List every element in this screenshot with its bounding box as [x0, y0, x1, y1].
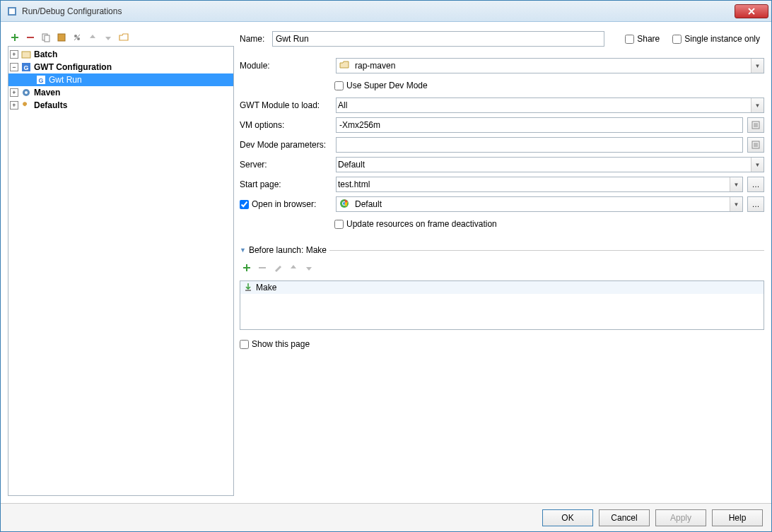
browser-settings-button[interactable]: …: [747, 196, 764, 212]
copy-config-button[interactable]: [39, 30, 53, 45]
svg-rect-1: [9, 8, 15, 14]
tree-item-batch[interactable]: + Batch: [8, 48, 233, 61]
expand-icon[interactable]: +: [10, 101, 18, 110]
vm-options-input[interactable]: [336, 117, 743, 133]
ok-button[interactable]: OK: [542, 509, 593, 526]
browser-select[interactable]: Default ▼: [336, 196, 743, 212]
make-icon: [243, 282, 253, 294]
before-launch-section[interactable]: ▼ Before launch: Make: [240, 245, 764, 255]
wrench-icon: [21, 100, 32, 111]
chevron-down-icon: ▼: [751, 59, 764, 73]
name-input[interactable]: [272, 31, 604, 47]
config-tree[interactable]: + Batch − G GWT Configuration G Gwt Run …: [8, 46, 234, 496]
list-item[interactable]: Make: [240, 281, 764, 294]
edit-defaults-button[interactable]: [70, 30, 84, 45]
left-panel: + Batch − G GWT Configuration G Gwt Run …: [8, 29, 234, 496]
chevron-down-icon: ▼: [730, 177, 742, 191]
name-label: Name:: [240, 34, 268, 44]
start-page-label: Start page:: [240, 179, 332, 189]
task-down-button[interactable]: [302, 261, 316, 275]
gwt-icon: G: [21, 61, 32, 73]
cancel-button[interactable]: Cancel: [599, 509, 650, 526]
start-page-input[interactable]: test.html ▼: [336, 177, 743, 192]
server-select[interactable]: Default ▼: [336, 157, 764, 172]
apply-button[interactable]: Apply: [655, 509, 706, 526]
chevron-down-icon: ▼: [751, 158, 764, 172]
remove-task-button[interactable]: [255, 261, 269, 275]
vm-options-label: VM options:: [240, 120, 332, 130]
tree-toolbar: [8, 29, 234, 46]
dialog-title: Run/Debug Configurations: [22, 6, 735, 16]
svg-text:G: G: [38, 77, 43, 84]
server-label: Server:: [240, 160, 332, 170]
open-browser-checkbox[interactable]: Open in browser:: [240, 199, 332, 209]
folder-button[interactable]: [117, 30, 131, 45]
expand-vm-button[interactable]: [747, 117, 764, 133]
single-instance-checkbox[interactable]: Single instance only: [672, 34, 760, 44]
svg-text:G: G: [23, 64, 28, 71]
chrome-icon: [339, 199, 351, 210]
update-resources-checkbox[interactable]: Update resources on frame deactivation: [334, 219, 497, 229]
app-icon: [6, 6, 18, 17]
add-task-button[interactable]: [240, 261, 254, 275]
svg-rect-7: [22, 52, 30, 58]
config-form: Name: Share Single instance only Module:…: [240, 29, 764, 496]
expand-dev-params-button[interactable]: [747, 137, 764, 153]
tree-item-gwt-config[interactable]: − G GWT Configuration: [8, 61, 233, 73]
expand-icon[interactable]: +: [10, 88, 18, 97]
before-launch-toolbar: [240, 258, 764, 278]
show-page-checkbox[interactable]: Show this page: [240, 339, 310, 349]
titlebar: Run/Debug Configurations: [1, 1, 771, 22]
run-debug-dialog: Run/Debug Configurations + Batch: [0, 0, 772, 532]
gwt-module-select[interactable]: All ▼: [336, 97, 764, 113]
dialog-footer: OK Cancel Apply Help: [1, 503, 771, 531]
browse-start-page-button[interactable]: …: [747, 177, 764, 192]
tree-item-gwt-run[interactable]: G Gwt Run: [8, 73, 233, 86]
move-up-button[interactable]: [86, 30, 100, 45]
svg-rect-19: [245, 290, 251, 291]
edit-task-button[interactable]: [271, 261, 285, 275]
remove-config-button[interactable]: [23, 30, 37, 45]
svg-point-13: [25, 91, 28, 94]
save-config-button[interactable]: [54, 30, 69, 45]
svg-point-5: [74, 35, 77, 37]
super-dev-checkbox[interactable]: Use Super Dev Mode: [334, 81, 428, 90]
chevron-down-icon: ▼: [751, 98, 764, 112]
gwt-icon: G: [35, 74, 47, 85]
dev-params-label: Dev Mode parameters:: [240, 140, 332, 150]
task-up-button[interactable]: [286, 261, 300, 275]
before-launch-list[interactable]: Make: [240, 280, 764, 330]
svg-point-6: [77, 37, 80, 40]
share-checkbox[interactable]: Share: [625, 34, 660, 44]
close-button[interactable]: [735, 4, 768, 18]
maven-icon: [21, 87, 32, 98]
module-label: Module:: [240, 61, 332, 71]
move-down-button[interactable]: [101, 30, 115, 45]
help-button[interactable]: Help: [712, 509, 763, 526]
collapse-icon[interactable]: −: [10, 63, 18, 71]
triangle-down-icon: ▼: [240, 247, 246, 254]
folder-icon: [339, 60, 351, 71]
chevron-down-icon: ▼: [730, 197, 742, 211]
svg-rect-3: [45, 35, 49, 42]
add-config-button[interactable]: [8, 30, 22, 45]
dev-params-input[interactable]: [336, 137, 743, 153]
tree-item-maven[interactable]: + Maven: [8, 86, 233, 99]
tree-item-defaults[interactable]: + Defaults: [8, 99, 233, 112]
dialog-body: + Batch − G GWT Configuration G Gwt Run …: [1, 22, 771, 503]
expand-icon[interactable]: +: [10, 50, 18, 59]
gwt-module-label: GWT Module to load:: [240, 100, 332, 110]
module-select[interactable]: rap-maven ▼: [336, 58, 764, 73]
batch-icon: [21, 49, 32, 60]
svg-rect-4: [58, 34, 65, 41]
